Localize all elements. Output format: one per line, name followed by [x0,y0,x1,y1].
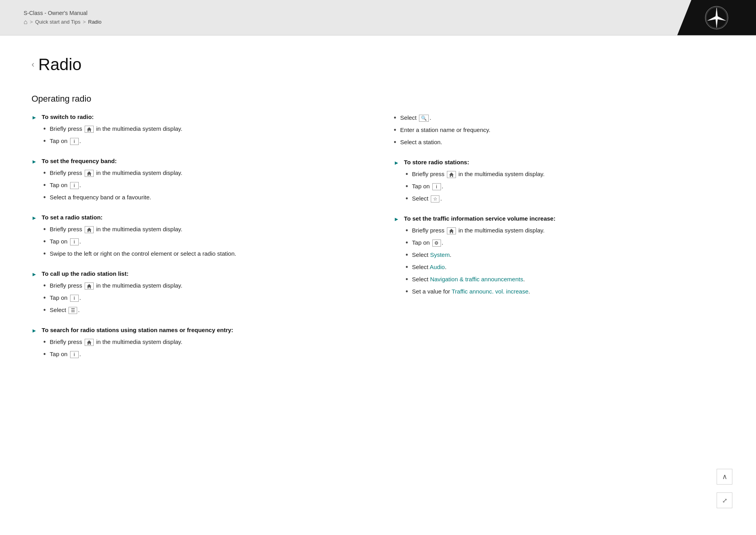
instruction-header: ► To search for radio stations using sta… [32,327,362,334]
instruction-frequency-band: ► To set the frequency band: • Briefly p… [32,158,362,203]
instruction-title: To call up the radio station list: [42,270,129,277]
list-item: • Briefly press in the multimedia system… [43,169,362,178]
list-item: • Select Audio. [406,263,724,273]
expand-button[interactable]: ⤢ [717,492,732,508]
home-icon[interactable]: ⌂ [24,19,28,26]
instruction-title: To store radio stations: [404,159,469,165]
instruction-store-stations: ► To store radio stations: • Briefly pre… [394,159,724,204]
right-column: • Select 🔍. • Enter a station name or fr… [394,113,724,371]
list-item: • Briefly press in the multimedia system… [43,124,362,134]
home-button-icon [85,339,94,346]
breadcrumb-sep-2: > [83,19,86,25]
i-button-icon: i [70,295,79,302]
list-item: • Select Navigation & traffic announceme… [406,275,724,285]
breadcrumb-quick-start[interactable]: Quick start and Tips [35,19,80,25]
step-list: • Briefly press in the multimedia system… [43,124,362,147]
list-item: • Tap on ⚙. [406,238,724,248]
list-item: • Enter a station name or frequency. [394,126,724,136]
home-button-icon [447,171,456,178]
manual-title: S-Class - Owner's Manual [24,10,102,16]
footer: F223 0136 02 [0,532,756,535]
instruction-title: To set a radio station: [42,214,103,221]
home-button-icon [85,170,94,177]
i-button-icon: i [70,238,79,245]
step-list: • Briefly press in the multimedia system… [406,170,724,204]
left-column: ► To switch to radio: • Briefly press in… [32,113,362,371]
step-list: • Briefly press in the multimedia system… [406,226,724,297]
list-item: • Tap on i. [43,350,362,360]
instruction-search-stations: ► To search for radio stations using sta… [32,327,362,360]
instruction-station-list: ► To call up the radio station list: • B… [32,270,362,316]
instruction-header: ► To set a radio station: [32,214,362,221]
page-title: Radio [38,55,82,74]
home-button-icon [85,126,94,133]
i-button-icon: i [70,182,79,189]
instruction-title: To set the frequency band: [42,158,117,164]
arrow-icon: ► [32,271,37,277]
star-button-icon: ☆ [431,195,439,202]
audio-link[interactable]: Audio [430,264,445,270]
step-list: • Briefly press in the multimedia system… [43,338,362,360]
step-list: • Briefly press in the multimedia system… [43,169,362,203]
traffic-vol-link[interactable]: Traffic announc. vol. increase [452,288,528,295]
header: S-Class - Owner's Manual ⌂ > Quick start… [0,0,756,35]
two-col-layout: ► To switch to radio: • Briefly press in… [32,113,724,371]
home-button-icon [85,282,94,290]
breadcrumb-sep-1: > [30,19,33,25]
back-arrow-icon[interactable]: ‹ [32,59,34,70]
i-button-icon: i [70,138,79,145]
list-item: • Tap on i. [43,137,362,147]
list-item: • Tap on i. [43,237,362,247]
list-button-icon: ☰ [69,307,77,314]
expand-icon: ⤢ [722,497,727,504]
list-item: • Select System. [406,251,724,260]
mercedes-star-icon [705,6,728,30]
list-item: • Set a value for Traffic announc. vol. … [406,287,724,297]
instruction-header: ► To set the frequency band: [32,158,362,165]
breadcrumb-current: Radio [88,19,102,25]
system-link[interactable]: System [430,251,450,258]
breadcrumb: ⌂ > Quick start and Tips > Radio [24,19,102,26]
instruction-traffic-info: ► To set the traffic information service… [394,215,724,297]
instruction-set-radio-station: ► To set a radio station: • Briefly pres… [32,214,362,259]
list-item: • Briefly press in the multimedia system… [43,281,362,291]
section-title: Operating radio [32,94,724,104]
list-item: • Select a frequency band or a favourite… [43,193,362,203]
list-item: • Select 🔍. [394,113,724,123]
main-content: ‹ Radio Operating radio ► To switch to r… [0,35,756,532]
list-item: • Tap on i. [43,181,362,191]
scroll-top-button[interactable]: ∧ [717,469,732,485]
chevron-up-icon: ∧ [722,472,727,481]
arrow-icon: ► [32,327,37,334]
instruction-header: ► To switch to radio: [32,113,362,121]
list-item: • Briefly press in the multimedia system… [43,225,362,235]
arrow-icon: ► [394,160,399,166]
list-item: • Briefly press in the multimedia system… [43,338,362,347]
i-button-icon: i [432,183,441,190]
step-list: • Briefly press in the multimedia system… [43,281,362,316]
list-item: • Briefly press in the multimedia system… [406,226,724,236]
navigation-traffic-link[interactable]: Navigation & traffic announcements [430,276,523,282]
search-button-icon: 🔍 [419,115,429,122]
home-button-icon [447,227,456,234]
mercedes-logo [677,0,756,35]
list-item: • Select ☰. [43,306,362,316]
search-continuation-steps: • Select 🔍. • Enter a station name or fr… [394,113,724,148]
instruction-title: To switch to radio: [42,113,94,120]
list-item: • Select ☆. [406,194,724,204]
list-item: • Swipe to the left or right on the cont… [43,249,362,259]
list-item: • Select a station. [394,138,724,148]
arrow-icon: ► [32,215,37,221]
list-item: • Tap on i. [406,182,724,192]
i-button-icon: i [70,351,79,358]
arrow-icon: ► [394,216,399,222]
home-button-icon [85,226,94,233]
instruction-header: ► To call up the radio station list: [32,270,362,277]
list-item: • Tap on i. [43,294,362,303]
gear-button-icon: ⚙ [432,240,441,247]
page-title-row: ‹ Radio [32,55,724,74]
list-item: • Briefly press in the multimedia system… [406,170,724,180]
step-list: • Briefly press in the multimedia system… [43,225,362,259]
arrow-icon: ► [32,114,37,121]
instruction-switch-to-radio: ► To switch to radio: • Briefly press in… [32,113,362,147]
